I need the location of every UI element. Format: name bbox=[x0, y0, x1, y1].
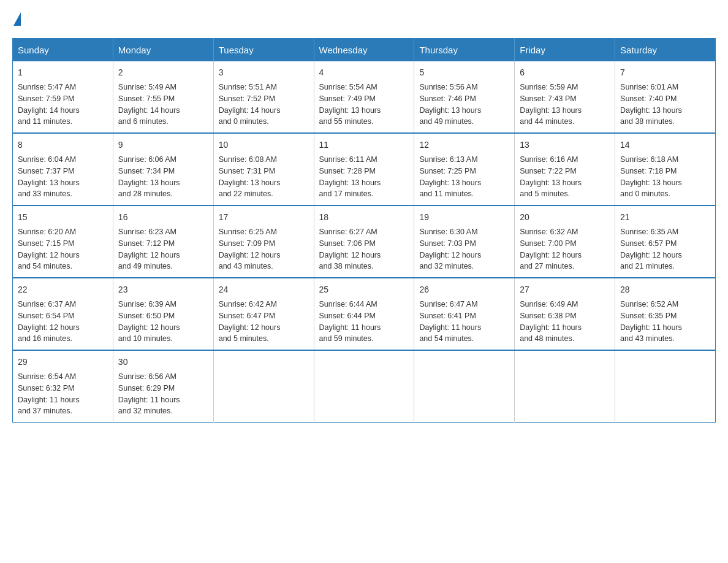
day-number: 8 bbox=[18, 139, 108, 151]
day-info: Sunrise: 6:08 AMSunset: 7:31 PMDaylight:… bbox=[219, 154, 309, 200]
calendar-cell: 21Sunrise: 6:35 AMSunset: 6:57 PMDayligh… bbox=[615, 205, 716, 278]
calendar-cell: 8Sunrise: 6:04 AMSunset: 7:37 PMDaylight… bbox=[13, 133, 113, 205]
day-number: 14 bbox=[620, 139, 710, 151]
calendar-cell: 25Sunrise: 6:44 AMSunset: 6:44 PMDayligh… bbox=[314, 278, 414, 350]
calendar-cell: 24Sunrise: 6:42 AMSunset: 6:47 PMDayligh… bbox=[213, 278, 314, 350]
calendar-cell: 18Sunrise: 6:27 AMSunset: 7:06 PMDayligh… bbox=[314, 205, 414, 278]
day-number: 30 bbox=[118, 356, 208, 369]
day-number: 27 bbox=[520, 283, 610, 296]
calendar-cell: 7Sunrise: 6:01 AMSunset: 7:40 PMDaylight… bbox=[615, 61, 716, 133]
day-number: 5 bbox=[419, 66, 509, 79]
calendar-cell: 17Sunrise: 6:25 AMSunset: 7:09 PMDayligh… bbox=[213, 205, 314, 278]
day-number: 7 bbox=[620, 66, 710, 79]
day-number: 20 bbox=[520, 211, 610, 224]
day-number: 17 bbox=[219, 211, 309, 224]
calendar-cell: 20Sunrise: 6:32 AMSunset: 7:00 PMDayligh… bbox=[515, 205, 615, 278]
calendar-header-monday: Monday bbox=[113, 39, 213, 62]
calendar-cell: 5Sunrise: 5:56 AMSunset: 7:46 PMDaylight… bbox=[414, 61, 515, 133]
day-info: Sunrise: 6:54 AMSunset: 6:32 PMDaylight:… bbox=[18, 371, 108, 417]
calendar-cell: 14Sunrise: 6:18 AMSunset: 7:18 PMDayligh… bbox=[615, 133, 716, 205]
day-number: 25 bbox=[319, 283, 409, 296]
calendar-week-3: 15Sunrise: 6:20 AMSunset: 7:15 PMDayligh… bbox=[13, 205, 716, 278]
day-info: Sunrise: 6:32 AMSunset: 7:00 PMDaylight:… bbox=[520, 226, 610, 272]
day-info: Sunrise: 6:42 AMSunset: 6:47 PMDaylight:… bbox=[219, 299, 309, 345]
day-info: Sunrise: 6:37 AMSunset: 6:54 PMDaylight:… bbox=[18, 299, 108, 345]
calendar-week-4: 22Sunrise: 6:37 AMSunset: 6:54 PMDayligh… bbox=[13, 278, 716, 350]
calendar-header-thursday: Thursday bbox=[414, 39, 515, 62]
calendar-cell bbox=[213, 350, 314, 423]
calendar-cell: 19Sunrise: 6:30 AMSunset: 7:03 PMDayligh… bbox=[414, 205, 515, 278]
calendar-cell: 9Sunrise: 6:06 AMSunset: 7:34 PMDaylight… bbox=[113, 133, 213, 205]
day-info: Sunrise: 5:54 AMSunset: 7:49 PMDaylight:… bbox=[319, 82, 409, 128]
day-info: Sunrise: 6:20 AMSunset: 7:15 PMDaylight:… bbox=[18, 226, 108, 272]
calendar-header-row: SundayMondayTuesdayWednesdayThursdayFrid… bbox=[13, 39, 716, 62]
day-number: 26 bbox=[419, 283, 509, 296]
calendar-week-2: 8Sunrise: 6:04 AMSunset: 7:37 PMDaylight… bbox=[13, 133, 716, 205]
day-info: Sunrise: 6:13 AMSunset: 7:25 PMDaylight:… bbox=[419, 154, 509, 200]
day-number: 4 bbox=[319, 66, 409, 79]
calendar-cell: 10Sunrise: 6:08 AMSunset: 7:31 PMDayligh… bbox=[213, 133, 314, 205]
logo-triangle-icon bbox=[13, 12, 21, 26]
day-number: 23 bbox=[118, 283, 208, 296]
day-info: Sunrise: 6:01 AMSunset: 7:40 PMDaylight:… bbox=[620, 82, 710, 128]
day-number: 28 bbox=[620, 283, 710, 296]
day-info: Sunrise: 5:51 AMSunset: 7:52 PMDaylight:… bbox=[219, 82, 309, 128]
day-number: 10 bbox=[219, 139, 309, 151]
day-info: Sunrise: 6:06 AMSunset: 7:34 PMDaylight:… bbox=[118, 154, 208, 200]
calendar-cell: 22Sunrise: 6:37 AMSunset: 6:54 PMDayligh… bbox=[13, 278, 113, 350]
day-info: Sunrise: 6:39 AMSunset: 6:50 PMDaylight:… bbox=[118, 299, 208, 345]
calendar-header-friday: Friday bbox=[515, 39, 615, 62]
calendar-cell bbox=[314, 350, 414, 423]
page-header bbox=[12, 12, 716, 26]
day-number: 18 bbox=[319, 211, 409, 224]
calendar-header-tuesday: Tuesday bbox=[213, 39, 314, 62]
day-info: Sunrise: 6:56 AMSunset: 6:29 PMDaylight:… bbox=[118, 371, 208, 417]
calendar-header-sunday: Sunday bbox=[13, 39, 113, 62]
day-info: Sunrise: 6:04 AMSunset: 7:37 PMDaylight:… bbox=[18, 154, 108, 200]
day-info: Sunrise: 6:27 AMSunset: 7:06 PMDaylight:… bbox=[319, 226, 409, 272]
day-number: 9 bbox=[118, 139, 208, 151]
day-number: 16 bbox=[118, 211, 208, 224]
calendar-week-1: 1Sunrise: 5:47 AMSunset: 7:59 PMDaylight… bbox=[13, 61, 716, 133]
day-info: Sunrise: 5:59 AMSunset: 7:43 PMDaylight:… bbox=[520, 82, 610, 128]
calendar-cell: 27Sunrise: 6:49 AMSunset: 6:38 PMDayligh… bbox=[515, 278, 615, 350]
day-info: Sunrise: 5:49 AMSunset: 7:55 PMDaylight:… bbox=[118, 82, 208, 128]
calendar-cell: 1Sunrise: 5:47 AMSunset: 7:59 PMDaylight… bbox=[13, 61, 113, 133]
calendar-cell: 15Sunrise: 6:20 AMSunset: 7:15 PMDayligh… bbox=[13, 205, 113, 278]
calendar-cell: 28Sunrise: 6:52 AMSunset: 6:35 PMDayligh… bbox=[615, 278, 716, 350]
day-info: Sunrise: 6:25 AMSunset: 7:09 PMDaylight:… bbox=[219, 226, 309, 272]
day-number: 13 bbox=[520, 139, 610, 151]
calendar-cell: 16Sunrise: 6:23 AMSunset: 7:12 PMDayligh… bbox=[113, 205, 213, 278]
calendar-cell: 6Sunrise: 5:59 AMSunset: 7:43 PMDaylight… bbox=[515, 61, 615, 133]
day-info: Sunrise: 5:47 AMSunset: 7:59 PMDaylight:… bbox=[18, 82, 108, 128]
day-number: 11 bbox=[319, 139, 409, 151]
calendar-week-5: 29Sunrise: 6:54 AMSunset: 6:32 PMDayligh… bbox=[13, 350, 716, 423]
calendar-cell bbox=[515, 350, 615, 423]
day-number: 6 bbox=[520, 66, 610, 79]
calendar-cell: 3Sunrise: 5:51 AMSunset: 7:52 PMDaylight… bbox=[213, 61, 314, 133]
calendar-cell: 23Sunrise: 6:39 AMSunset: 6:50 PMDayligh… bbox=[113, 278, 213, 350]
day-number: 12 bbox=[419, 139, 509, 151]
day-info: Sunrise: 6:44 AMSunset: 6:44 PMDaylight:… bbox=[319, 299, 409, 345]
day-number: 22 bbox=[18, 283, 108, 296]
day-info: Sunrise: 6:11 AMSunset: 7:28 PMDaylight:… bbox=[319, 154, 409, 200]
calendar-table: SundayMondayTuesdayWednesdayThursdayFrid… bbox=[12, 38, 716, 423]
day-number: 2 bbox=[118, 66, 208, 79]
day-number: 24 bbox=[219, 283, 309, 296]
day-info: Sunrise: 6:35 AMSunset: 6:57 PMDaylight:… bbox=[620, 226, 710, 272]
day-info: Sunrise: 6:47 AMSunset: 6:41 PMDaylight:… bbox=[419, 299, 509, 345]
day-info: Sunrise: 6:52 AMSunset: 6:35 PMDaylight:… bbox=[620, 299, 710, 345]
calendar-cell bbox=[615, 350, 716, 423]
day-info: Sunrise: 6:16 AMSunset: 7:22 PMDaylight:… bbox=[520, 154, 610, 200]
calendar-cell: 30Sunrise: 6:56 AMSunset: 6:29 PMDayligh… bbox=[113, 350, 213, 423]
calendar-cell: 26Sunrise: 6:47 AMSunset: 6:41 PMDayligh… bbox=[414, 278, 515, 350]
calendar-header-wednesday: Wednesday bbox=[314, 39, 414, 62]
calendar-cell bbox=[414, 350, 515, 423]
day-number: 3 bbox=[219, 66, 309, 79]
day-info: Sunrise: 6:49 AMSunset: 6:38 PMDaylight:… bbox=[520, 299, 610, 345]
calendar-cell: 12Sunrise: 6:13 AMSunset: 7:25 PMDayligh… bbox=[414, 133, 515, 205]
logo bbox=[12, 12, 21, 26]
day-number: 21 bbox=[620, 211, 710, 224]
calendar-header-saturday: Saturday bbox=[615, 39, 716, 62]
day-info: Sunrise: 6:23 AMSunset: 7:12 PMDaylight:… bbox=[118, 226, 208, 272]
